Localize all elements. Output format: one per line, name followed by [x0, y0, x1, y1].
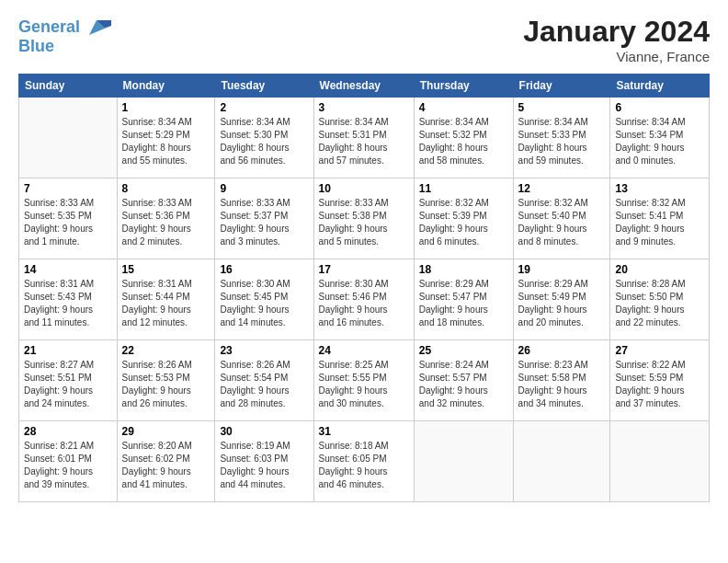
day-number: 22	[122, 344, 210, 357]
day-number: 31	[319, 425, 409, 438]
calendar-cell: 18Sunrise: 8:29 AM Sunset: 5:47 PM Dayli…	[414, 259, 513, 340]
calendar-day-header: Thursday	[414, 75, 513, 98]
day-detail: Sunrise: 8:31 AM Sunset: 5:44 PM Dayligh…	[122, 278, 210, 329]
day-detail: Sunrise: 8:28 AM Sunset: 5:50 PM Dayligh…	[615, 278, 704, 329]
calendar-cell: 23Sunrise: 8:26 AM Sunset: 5:54 PM Dayli…	[215, 340, 313, 421]
title-block: January 2024 Vianne, France	[523, 15, 710, 64]
day-number: 16	[220, 263, 308, 276]
day-detail: Sunrise: 8:23 AM Sunset: 5:58 PM Dayligh…	[518, 359, 606, 410]
day-detail: Sunrise: 8:24 AM Sunset: 5:57 PM Dayligh…	[419, 359, 508, 410]
calendar-cell: 14Sunrise: 8:31 AM Sunset: 5:43 PM Dayli…	[19, 259, 118, 340]
calendar-cell: 20Sunrise: 8:28 AM Sunset: 5:50 PM Dayli…	[610, 259, 710, 340]
calendar-cell: 3Sunrise: 8:34 AM Sunset: 5:31 PM Daylig…	[313, 98, 414, 178]
calendar-cell: 13Sunrise: 8:32 AM Sunset: 5:41 PM Dayli…	[610, 178, 710, 259]
day-detail: Sunrise: 8:34 AM Sunset: 5:31 PM Dayligh…	[319, 116, 409, 167]
calendar-cell: 26Sunrise: 8:23 AM Sunset: 5:58 PM Dayli…	[513, 340, 610, 421]
calendar-cell: 4Sunrise: 8:34 AM Sunset: 5:32 PM Daylig…	[414, 98, 513, 178]
day-detail: Sunrise: 8:34 AM Sunset: 5:34 PM Dayligh…	[615, 116, 704, 167]
calendar-cell: 21Sunrise: 8:27 AM Sunset: 5:51 PM Dayli…	[19, 340, 118, 421]
calendar-week-row: 28Sunrise: 8:21 AM Sunset: 6:01 PM Dayli…	[19, 421, 710, 502]
calendar-day-header: Sunday	[19, 75, 118, 98]
calendar-table: SundayMondayTuesdayWednesdayThursdayFrid…	[18, 74, 710, 502]
day-number: 2	[220, 101, 308, 114]
day-detail: Sunrise: 8:19 AM Sunset: 6:03 PM Dayligh…	[220, 440, 308, 491]
day-number: 20	[615, 263, 704, 276]
logo: General Blue	[18, 15, 111, 56]
day-detail: Sunrise: 8:29 AM Sunset: 5:47 PM Dayligh…	[419, 278, 508, 329]
day-detail: Sunrise: 8:27 AM Sunset: 5:51 PM Dayligh…	[24, 359, 112, 410]
calendar-cell: 25Sunrise: 8:24 AM Sunset: 5:57 PM Dayli…	[414, 340, 513, 421]
calendar-cell: 27Sunrise: 8:22 AM Sunset: 5:59 PM Dayli…	[610, 340, 710, 421]
day-number: 4	[419, 101, 508, 114]
day-detail: Sunrise: 8:25 AM Sunset: 5:55 PM Dayligh…	[319, 359, 409, 410]
day-detail: Sunrise: 8:34 AM Sunset: 5:30 PM Dayligh…	[220, 116, 308, 167]
day-number: 5	[518, 101, 606, 114]
calendar-cell: 17Sunrise: 8:30 AM Sunset: 5:46 PM Dayli…	[313, 259, 414, 340]
day-number: 8	[122, 182, 210, 195]
calendar-cell: 30Sunrise: 8:19 AM Sunset: 6:03 PM Dayli…	[215, 421, 313, 502]
page: General Blue January 2024 Vianne, France…	[0, 0, 728, 511]
day-detail: Sunrise: 8:29 AM Sunset: 5:49 PM Dayligh…	[518, 278, 606, 329]
calendar-cell: 2Sunrise: 8:34 AM Sunset: 5:30 PM Daylig…	[215, 98, 313, 178]
logo-icon	[82, 15, 111, 40]
calendar-cell	[19, 98, 118, 178]
day-detail: Sunrise: 8:26 AM Sunset: 5:54 PM Dayligh…	[220, 359, 308, 410]
calendar-day-header: Monday	[117, 75, 215, 98]
day-number: 14	[24, 263, 112, 276]
day-detail: Sunrise: 8:34 AM Sunset: 5:29 PM Dayligh…	[122, 116, 210, 167]
calendar-cell: 22Sunrise: 8:26 AM Sunset: 5:53 PM Dayli…	[117, 340, 215, 421]
calendar-week-row: 21Sunrise: 8:27 AM Sunset: 5:51 PM Dayli…	[19, 340, 710, 421]
day-detail: Sunrise: 8:32 AM Sunset: 5:39 PM Dayligh…	[419, 197, 508, 248]
day-detail: Sunrise: 8:30 AM Sunset: 5:45 PM Dayligh…	[220, 278, 308, 329]
day-number: 18	[419, 263, 508, 276]
calendar-week-row: 7Sunrise: 8:33 AM Sunset: 5:35 PM Daylig…	[19, 178, 710, 259]
calendar-cell: 16Sunrise: 8:30 AM Sunset: 5:45 PM Dayli…	[215, 259, 313, 340]
calendar-cell: 8Sunrise: 8:33 AM Sunset: 5:36 PM Daylig…	[117, 178, 215, 259]
day-number: 28	[24, 425, 112, 438]
calendar-cell: 19Sunrise: 8:29 AM Sunset: 5:49 PM Dayli…	[513, 259, 610, 340]
calendar-cell: 29Sunrise: 8:20 AM Sunset: 6:02 PM Dayli…	[117, 421, 215, 502]
day-number: 7	[24, 182, 112, 195]
calendar-week-row: 14Sunrise: 8:31 AM Sunset: 5:43 PM Dayli…	[19, 259, 710, 340]
day-detail: Sunrise: 8:30 AM Sunset: 5:46 PM Dayligh…	[319, 278, 409, 329]
calendar-cell	[513, 421, 610, 502]
location: Vianne, France	[523, 49, 710, 64]
day-number: 24	[319, 344, 409, 357]
calendar-day-header: Saturday	[610, 75, 710, 98]
day-number: 3	[319, 101, 409, 114]
day-number: 26	[518, 344, 606, 357]
calendar-cell: 7Sunrise: 8:33 AM Sunset: 5:35 PM Daylig…	[19, 178, 118, 259]
calendar-cell: 1Sunrise: 8:34 AM Sunset: 5:29 PM Daylig…	[117, 98, 215, 178]
day-number: 27	[615, 344, 704, 357]
calendar-header-row: SundayMondayTuesdayWednesdayThursdayFrid…	[19, 75, 710, 98]
logo-text: General	[18, 18, 80, 37]
day-number: 17	[319, 263, 409, 276]
day-detail: Sunrise: 8:32 AM Sunset: 5:40 PM Dayligh…	[518, 197, 606, 248]
day-number: 9	[220, 182, 308, 195]
day-detail: Sunrise: 8:31 AM Sunset: 5:43 PM Dayligh…	[24, 278, 112, 329]
calendar-week-row: 1Sunrise: 8:34 AM Sunset: 5:29 PM Daylig…	[19, 98, 710, 178]
day-detail: Sunrise: 8:34 AM Sunset: 5:33 PM Dayligh…	[518, 116, 606, 167]
day-number: 23	[220, 344, 308, 357]
calendar-cell: 31Sunrise: 8:18 AM Sunset: 6:05 PM Dayli…	[313, 421, 414, 502]
day-number: 1	[122, 101, 210, 114]
day-detail: Sunrise: 8:33 AM Sunset: 5:37 PM Dayligh…	[220, 197, 308, 248]
day-number: 19	[518, 263, 606, 276]
day-number: 12	[518, 182, 606, 195]
calendar-cell: 9Sunrise: 8:33 AM Sunset: 5:37 PM Daylig…	[215, 178, 313, 259]
calendar-cell: 5Sunrise: 8:34 AM Sunset: 5:33 PM Daylig…	[513, 98, 610, 178]
calendar-day-header: Tuesday	[215, 75, 313, 98]
day-detail: Sunrise: 8:32 AM Sunset: 5:41 PM Dayligh…	[615, 197, 704, 248]
day-number: 13	[615, 182, 704, 195]
day-number: 11	[419, 182, 508, 195]
day-number: 10	[319, 182, 409, 195]
day-number: 29	[122, 425, 210, 438]
day-detail: Sunrise: 8:26 AM Sunset: 5:53 PM Dayligh…	[122, 359, 210, 410]
day-detail: Sunrise: 8:22 AM Sunset: 5:59 PM Dayligh…	[615, 359, 704, 410]
calendar-cell: 6Sunrise: 8:34 AM Sunset: 5:34 PM Daylig…	[610, 98, 710, 178]
day-detail: Sunrise: 8:34 AM Sunset: 5:32 PM Dayligh…	[419, 116, 508, 167]
day-detail: Sunrise: 8:33 AM Sunset: 5:38 PM Dayligh…	[319, 197, 409, 248]
header: General Blue January 2024 Vianne, France	[18, 15, 710, 64]
day-detail: Sunrise: 8:20 AM Sunset: 6:02 PM Dayligh…	[122, 440, 210, 491]
day-detail: Sunrise: 8:18 AM Sunset: 6:05 PM Dayligh…	[319, 440, 409, 491]
